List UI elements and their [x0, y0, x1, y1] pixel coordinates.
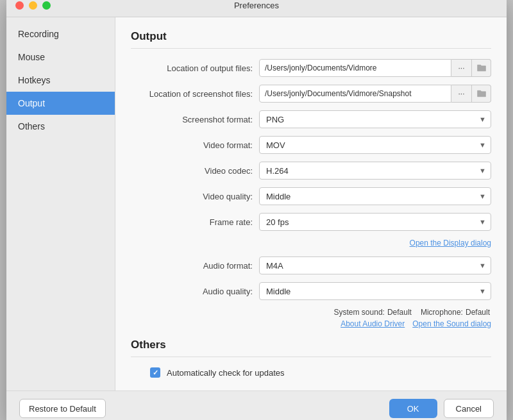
maximize-button[interactable]: [42, 1, 51, 10]
others-section-title: Others: [131, 339, 491, 357]
ok-button[interactable]: OK: [389, 399, 437, 418]
display-dialog-row: Open the Display dialog: [131, 239, 491, 248]
video-quality-row: Video quality: High Middle Low ▼: [131, 187, 491, 205]
content-area: Output Location of output files: ··· Loc…: [115, 17, 507, 391]
output-location-label: Location of output files:: [131, 63, 259, 73]
preferences-window: Preferences Recording Mouse Hotkeys Outp…: [6, 0, 507, 420]
video-codec-wrapper: H.264 H.265 MPEG-4 ▼: [259, 162, 491, 180]
audio-format-row: Audio format: M4A MP3 AAC FLAC ▼: [131, 256, 491, 274]
screenshot-location-label: Location of screenshot files:: [131, 89, 259, 99]
sidebar: Recording Mouse Hotkeys Output Others: [6, 17, 115, 391]
open-display-dialog-link[interactable]: Open the Display dialog: [410, 239, 491, 248]
sidebar-item-output[interactable]: Output: [6, 92, 115, 115]
video-quality-select[interactable]: High Middle Low: [259, 187, 491, 205]
audio-quality-select[interactable]: High Middle Low: [259, 282, 491, 300]
video-codec-label: Video codec:: [131, 166, 259, 176]
auto-update-label: Automatically check for updates: [167, 368, 285, 378]
screenshot-format-row: Screenshot format: PNG JPG BMP GIF TIFF …: [131, 110, 491, 128]
output-location-input[interactable]: [259, 59, 451, 77]
video-codec-select[interactable]: H.264 H.265 MPEG-4: [259, 162, 491, 180]
traffic-lights: [15, 1, 51, 10]
microphone-label: Microphone:: [421, 308, 463, 317]
sidebar-item-recording[interactable]: Recording: [6, 22, 115, 46]
sidebar-item-mouse[interactable]: Mouse: [6, 46, 115, 69]
others-section: Others Automatically check for updates: [131, 339, 491, 378]
output-location-dots-button[interactable]: ···: [451, 59, 472, 77]
sidebar-item-others[interactable]: Others: [6, 115, 115, 138]
audio-format-select[interactable]: M4A MP3 AAC FLAC: [259, 256, 491, 274]
screenshot-location-row: Location of screenshot files: ···: [131, 85, 491, 103]
system-sound-label: System sound:: [334, 308, 385, 317]
frame-rate-row: Frame rate: 5 fps 10 fps 15 fps 20 fps 2…: [131, 213, 491, 231]
auto-update-row: Automatically check for updates: [131, 367, 491, 378]
screenshot-location-input[interactable]: [259, 85, 451, 103]
footer-right-buttons: OK Cancel: [389, 399, 494, 418]
about-audio-driver-link[interactable]: About Audio Driver: [341, 319, 405, 328]
audio-links-row: About Audio Driver Open the Sound dialog: [131, 319, 491, 328]
titlebar: Preferences: [6, 0, 507, 17]
screenshot-format-label: Screenshot format:: [131, 115, 259, 124]
folder-icon: [476, 63, 487, 73]
frame-rate-label: Frame rate:: [131, 217, 259, 227]
video-format-row: Video format: MOV MP4 AVI MKV ▼: [131, 136, 491, 154]
main-layout: Recording Mouse Hotkeys Output Others Ou…: [6, 17, 507, 391]
microphone-value: Default: [466, 308, 490, 317]
screenshot-location-folder-button[interactable]: [472, 85, 491, 103]
audio-format-label: Audio format:: [131, 261, 259, 271]
system-sound-value: Default: [387, 308, 412, 317]
output-location-row: Location of output files: ···: [131, 59, 491, 77]
audio-section: Audio format: M4A MP3 AAC FLAC ▼ Audio q…: [131, 256, 491, 328]
sidebar-item-hotkeys[interactable]: Hotkeys: [6, 69, 115, 92]
output-location-folder-button[interactable]: [472, 59, 491, 77]
video-format-wrapper: MOV MP4 AVI MKV ▼: [259, 136, 491, 154]
screenshot-location-dots-button[interactable]: ···: [451, 85, 472, 103]
output-section-title: Output: [131, 30, 491, 49]
audio-quality-label: Audio quality:: [131, 287, 259, 296]
audio-quality-row: Audio quality: High Middle Low ▼: [131, 282, 491, 300]
frame-rate-wrapper: 5 fps 10 fps 15 fps 20 fps 25 fps 30 fps…: [259, 213, 491, 231]
open-sound-dialog-link[interactable]: Open the Sound dialog: [412, 319, 491, 328]
system-sound-status: System sound: Default: [334, 308, 412, 317]
audio-status-row: System sound: Default Microphone: Defaul…: [131, 308, 491, 317]
output-location-field: ···: [259, 59, 491, 77]
cancel-button[interactable]: Cancel: [444, 399, 494, 418]
video-codec-row: Video codec: H.264 H.265 MPEG-4 ▼: [131, 162, 491, 180]
frame-rate-select[interactable]: 5 fps 10 fps 15 fps 20 fps 25 fps 30 fps: [259, 213, 491, 231]
minimize-button[interactable]: [29, 1, 37, 10]
footer: Restore to Default OK Cancel: [6, 391, 507, 420]
close-button[interactable]: [15, 1, 24, 10]
audio-quality-wrapper: High Middle Low ▼: [259, 282, 491, 300]
screenshot-location-field: ···: [259, 85, 491, 103]
auto-update-checkbox[interactable]: [150, 367, 160, 378]
screenshot-format-wrapper: PNG JPG BMP GIF TIFF ▼: [259, 110, 491, 128]
window-title: Preferences: [234, 1, 279, 10]
screenshot-format-select[interactable]: PNG JPG BMP GIF TIFF: [259, 110, 491, 128]
video-format-label: Video format:: [131, 140, 259, 150]
microphone-status: Microphone: Default: [421, 308, 490, 317]
video-quality-wrapper: High Middle Low ▼: [259, 187, 491, 205]
restore-default-button[interactable]: Restore to Default: [19, 399, 106, 418]
video-format-select[interactable]: MOV MP4 AVI MKV: [259, 136, 491, 154]
audio-format-wrapper: M4A MP3 AAC FLAC ▼: [259, 256, 491, 274]
video-quality-label: Video quality:: [131, 192, 259, 201]
folder-icon-2: [476, 88, 487, 99]
